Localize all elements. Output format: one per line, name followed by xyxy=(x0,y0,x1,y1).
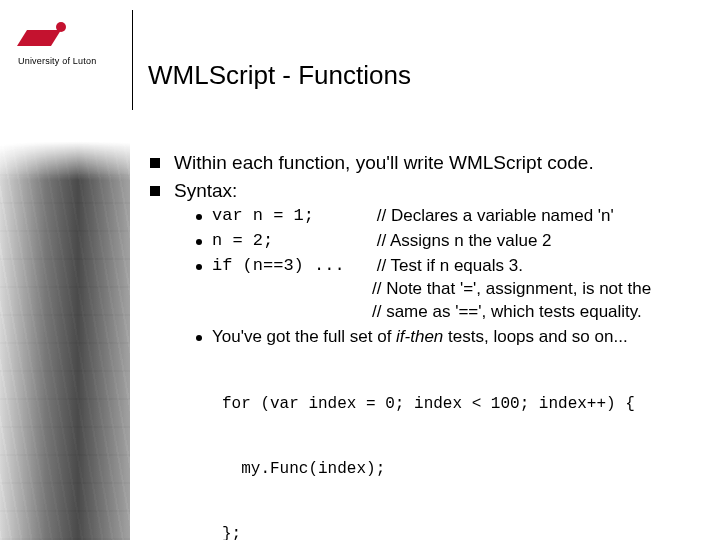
slide-body: Within each function, you'll write WMLSc… xyxy=(150,150,690,540)
code-line-2: n = 2; xyxy=(212,230,372,253)
dot-bullet-icon xyxy=(196,214,202,220)
square-bullet-icon xyxy=(150,158,160,168)
bullet-2: Syntax: xyxy=(150,178,690,204)
for-line-1: for (var index = 0; index < 100; index++… xyxy=(222,394,690,416)
bullet-1-text: Within each function, you'll write WMLSc… xyxy=(174,150,594,176)
for-block: for (var index = 0; index < 100; index++… xyxy=(222,351,690,540)
comment-1: // Declares a variable named 'n' xyxy=(377,205,614,228)
for-line-2: my.Func(index); xyxy=(222,459,690,481)
code-row-1: var n = 1; // Declares a variable named … xyxy=(196,205,690,228)
background-photo xyxy=(0,140,130,540)
note-row: You've got the full set of if-then tests… xyxy=(196,326,690,349)
note-prefix: You've got the full set of xyxy=(212,327,396,346)
for-line-3: }; xyxy=(222,524,690,540)
bullet-1: Within each function, you'll write WMLSc… xyxy=(150,150,690,176)
comment-2: // Assigns n the value 2 xyxy=(377,230,552,253)
comment-5: // same as '==', which tests equality. xyxy=(372,301,690,324)
code-line-3: if (n==3) ... xyxy=(212,255,372,278)
note-ital: if-then xyxy=(396,327,443,346)
logo-text: University of Luton xyxy=(18,56,128,66)
bullet-2-text: Syntax: xyxy=(174,178,237,204)
dot-bullet-icon xyxy=(196,239,202,245)
note-text: You've got the full set of if-then tests… xyxy=(212,326,628,349)
code-row-3: if (n==3) ... // Test if n equals 3. xyxy=(196,255,690,278)
code-line-1: var n = 1; xyxy=(212,205,372,228)
slide-title-block: WMLScript - Functions xyxy=(132,18,411,91)
dot-bullet-icon xyxy=(196,335,202,341)
square-bullet-icon xyxy=(150,186,160,196)
comment-4: // Note that '=', assignment, is not the xyxy=(372,278,690,301)
note-suffix: tests, loops and so on... xyxy=(443,327,627,346)
code-row-2: n = 2; // Assigns n the value 2 xyxy=(196,230,690,253)
logo-mark-icon xyxy=(18,22,70,52)
sub-bullets: var n = 1; // Declares a variable named … xyxy=(196,205,690,540)
brand-logo: University of Luton xyxy=(18,22,128,66)
comment-3: // Test if n equals 3. xyxy=(377,255,523,278)
dot-bullet-icon xyxy=(196,264,202,270)
slide-title: WMLScript - Functions xyxy=(132,18,411,91)
